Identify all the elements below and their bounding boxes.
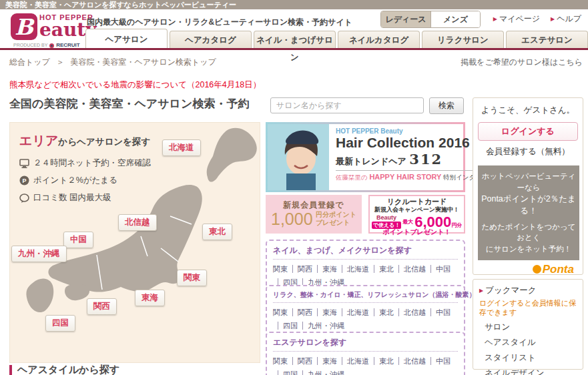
beauty-badge: Beauty で使える！ xyxy=(372,215,402,229)
region-link[interactable]: 関東 xyxy=(273,357,288,365)
promo-card-amount: 6,000 xyxy=(414,216,451,229)
ponta-mascot-icon xyxy=(533,265,541,274)
main-tabs: ヘアサロン ヘアカタログ ネイル・まつげサロン ネイルカタログ リラクサロン エ… xyxy=(85,29,588,48)
banner-footer: 佐藤栞里の HAPPY HAIR STORY 特別インタビュー xyxy=(336,173,495,182)
site-description: 国内最大級のヘアサロン・リラク&ビューティーサロン検索・予約サイト xyxy=(87,17,352,28)
site-logo[interactable]: B HOT PEPPER eauty xyxy=(11,13,97,40)
breadcrumb-separator: ＞ xyxy=(56,57,64,67)
mypage-link[interactable]: マイページ xyxy=(493,13,540,25)
region-button-shikoku[interactable]: 四国 xyxy=(45,315,75,332)
banner-subtitle: 最新トレンドヘア xyxy=(336,156,406,166)
member-registration-promo[interactable]: 新規会員登録で 1,000 円分ポイント プレゼント xyxy=(266,195,362,234)
region-link[interactable]: 関西 xyxy=(292,357,312,365)
region-link[interactable]: 北海道 xyxy=(342,357,369,365)
register-link[interactable]: 会員登録する（無料） xyxy=(478,146,578,157)
region-link[interactable]: 関西 xyxy=(292,308,312,316)
bookmark-item-stylist[interactable]: スタイリスト xyxy=(479,352,577,364)
banner-brand: HOT PEPPER Beauty xyxy=(336,127,495,135)
region-button-kyushu-okinawa[interactable]: 九州・沖縄 xyxy=(11,246,67,262)
feature-24h: ２４時間ネット予約・空席確認 xyxy=(19,157,151,169)
region-link[interactable]: 北信越 xyxy=(398,265,426,273)
help-link[interactable]: ヘルプ xyxy=(551,13,581,25)
region-link[interactable]: 東海 xyxy=(317,265,337,273)
ponta-info-box: ホットペッパービューティーなら Pontaポイントが2％たまる！ ためたポイント… xyxy=(478,165,579,260)
login-panel: ようこそ、ゲストさん。 ログインする 会員登録する（無料） ホットペッパービュー… xyxy=(473,97,583,275)
header-links: マイページ ヘルプ xyxy=(493,13,581,25)
region-link[interactable]: 東海 xyxy=(317,357,337,365)
region-link[interactable]: 関東 xyxy=(273,265,288,273)
bookmark-item-hairstyle[interactable]: ヘアスタイル xyxy=(479,337,577,348)
region-link[interactable]: 中国 xyxy=(430,265,451,273)
bookmark-title[interactable]: ブックマーク xyxy=(479,285,577,296)
tab-nail-catalog[interactable]: ネイルカタログ xyxy=(338,31,420,48)
region-link[interactable]: 北海道 xyxy=(342,265,369,273)
salon-name-search-input[interactable] xyxy=(270,97,424,113)
toggle-mens[interactable]: メンズ xyxy=(430,11,480,27)
tab-esthetic-salon[interactable]: エステサロン xyxy=(506,31,588,48)
region-link[interactable]: 中国 xyxy=(430,357,451,365)
esthetic-category-title[interactable]: エステサロンを探す xyxy=(273,337,458,352)
hair-collection-banner[interactable]: HOT PEPPER Beauty Hair Collection 2016 最… xyxy=(266,122,465,192)
esthetic-category-box: エステサロンを探す 関東関西東海北海道東北北信越中国四国九州・沖縄 xyxy=(266,332,465,375)
relax-category-box: リラク、整体・カイロ・矯正、リフレッシュサロン（温浴・酸素）サロンを探す 関東関… xyxy=(266,285,465,339)
region-link[interactable]: 関西 xyxy=(292,265,312,273)
region-button-hokkaido[interactable]: 北海道 xyxy=(162,139,201,156)
region-link[interactable]: 四国 xyxy=(278,322,298,330)
region-link[interactable]: 北信越 xyxy=(398,308,426,316)
region-button-kanto[interactable]: 関東 xyxy=(177,270,207,286)
area-accent: エリア xyxy=(19,133,58,147)
area-search-panel: エリアからヘアサロンを探す ２４時間ネット予約・空席確認 P ポイント２%がたま… xyxy=(9,122,260,363)
region-link[interactable]: 東海 xyxy=(317,308,337,316)
region-link[interactable]: 四国 xyxy=(278,370,298,375)
region-button-chugoku[interactable]: 中国 xyxy=(63,232,93,248)
banner-count: 312 xyxy=(409,151,443,167)
salon-listing-link[interactable]: 掲載をご希望のサロン様はこちら xyxy=(461,57,583,68)
nail-category-title[interactable]: ネイル、まつげ、メイクサロンを探す xyxy=(273,245,458,260)
breadcrumb-home[interactable]: 総合トップ xyxy=(9,57,50,67)
region-link[interactable]: 東北 xyxy=(374,308,394,316)
region-link[interactable]: 北信越 xyxy=(398,357,426,365)
region-button-tohoku[interactable]: 東北 xyxy=(202,224,232,240)
bookmark-item-salon[interactable]: サロン xyxy=(479,322,577,333)
feature-review: 口コミ数 国内最大級 xyxy=(19,192,151,204)
region-link[interactable]: 東北 xyxy=(374,357,394,365)
region-button-hokushinetsu[interactable]: 北信越 xyxy=(118,214,157,231)
toggle-ladies[interactable]: レディース xyxy=(381,11,430,27)
svg-text:P: P xyxy=(22,177,26,184)
search-button[interactable]: 検索 xyxy=(429,97,464,114)
produced-by-recruit: PRODUCED BY RECRUIT xyxy=(13,42,80,48)
recruit-card-promo[interactable]: リクルートカード 新規入会キャンペーン実施中！ Beauty で使える！ 最大 … xyxy=(368,195,465,234)
region-link[interactable]: 東北 xyxy=(374,265,394,273)
banner-title: Hair Collection 2016 xyxy=(336,135,495,151)
gender-toggle: レディース メンズ xyxy=(380,11,481,28)
logo-b-icon: B xyxy=(11,13,37,40)
bookmark-item-naildesign[interactable]: ネイルデザイン xyxy=(479,368,577,375)
feature-list: ２４時間ネット予約・空席確認 P ポイント２%がたまる 口コミ数 国内最大級 xyxy=(19,157,151,210)
breadcrumb-current: 美容院・美容室・ヘアサロン検索トップ xyxy=(71,57,216,67)
earthquake-notice-link[interactable]: 熊本県などで相次いでいる地震の影響について（2016年4月18日） xyxy=(9,79,261,91)
speech-bubble-icon xyxy=(19,194,29,203)
region-link[interactable]: 九州・沖縄 xyxy=(302,322,344,330)
bookmark-note: ログインすると会員情報に保存できます xyxy=(479,298,577,318)
feature-point: P ポイント２%がたまる xyxy=(19,175,151,186)
model-photo xyxy=(268,124,329,190)
tab-hair-salon[interactable]: ヘアサロン xyxy=(85,29,168,48)
page-title: 全国の美容院・美容室・ヘアサロン検索・予約 xyxy=(9,96,249,111)
region-link[interactable]: 九州・沖縄 xyxy=(302,370,344,375)
tab-hair-catalog[interactable]: ヘアカタログ xyxy=(170,31,252,48)
top-tagline-bar: 美容院・美容室・ヘアサロンを探すならホットペッパービューティー xyxy=(0,0,588,9)
monitor-icon xyxy=(19,159,29,168)
relax-category-title[interactable]: リラク、整体・カイロ・矯正、リフレッシュサロン（温浴・酸素）サロンを探す xyxy=(273,290,458,303)
recruit-logo-icon xyxy=(49,43,54,48)
ponta-logo[interactable]: Ponta xyxy=(478,260,578,276)
region-button-tokai[interactable]: 東海 xyxy=(135,290,165,306)
region-link[interactable]: 北海道 xyxy=(342,308,369,316)
region-link[interactable]: 関東 xyxy=(273,308,288,316)
region-link[interactable]: 中国 xyxy=(430,308,451,316)
tab-relax-salon[interactable]: リラクサロン xyxy=(422,31,504,48)
bookmark-panel: ブックマーク ログインすると会員情報に保存できます サロン ヘアスタイル スタイ… xyxy=(473,279,583,370)
login-button[interactable]: ログインする xyxy=(478,122,578,141)
point-icon: P xyxy=(19,175,29,185)
tab-nail-eyelash-salon[interactable]: ネイル・まつげサロン xyxy=(254,31,336,48)
region-button-kansai[interactable]: 関西 xyxy=(87,298,117,315)
